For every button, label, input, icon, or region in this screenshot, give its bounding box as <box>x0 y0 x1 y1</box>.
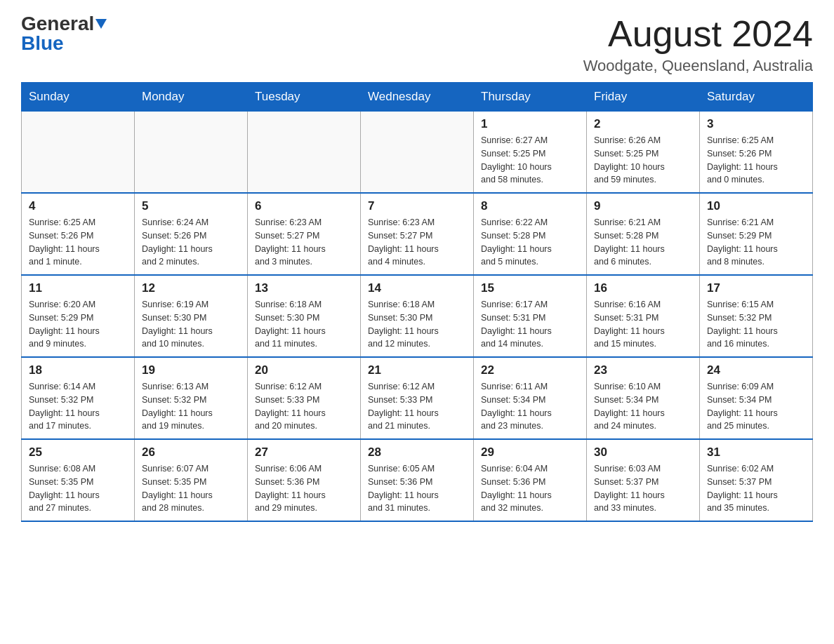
day-number: 26 <box>142 445 240 459</box>
day-number: 29 <box>481 445 579 459</box>
calendar-week-row: 1Sunrise: 6:27 AM Sunset: 5:25 PM Daylig… <box>22 112 813 194</box>
day-info: Sunrise: 6:15 AM Sunset: 5:32 PM Dayligh… <box>707 298 805 351</box>
calendar-header-row: SundayMondayTuesdayWednesdayThursdayFrid… <box>22 83 813 112</box>
logo-blue-text: Blue <box>21 34 64 53</box>
day-info: Sunrise: 6:06 AM Sunset: 5:36 PM Dayligh… <box>255 462 353 515</box>
calendar-cell: 29Sunrise: 6:04 AM Sunset: 5:36 PM Dayli… <box>474 439 587 521</box>
day-info: Sunrise: 6:08 AM Sunset: 5:35 PM Dayligh… <box>29 462 127 515</box>
calendar-cell: 7Sunrise: 6:23 AM Sunset: 5:27 PM Daylig… <box>361 193 474 275</box>
day-info: Sunrise: 6:14 AM Sunset: 5:32 PM Dayligh… <box>29 380 127 433</box>
day-number: 16 <box>594 281 692 295</box>
day-number: 24 <box>707 363 805 377</box>
day-number: 11 <box>29 281 127 295</box>
day-number: 6 <box>255 199 353 213</box>
calendar-cell: 12Sunrise: 6:19 AM Sunset: 5:30 PM Dayli… <box>135 275 248 357</box>
calendar-cell: 11Sunrise: 6:20 AM Sunset: 5:29 PM Dayli… <box>22 275 135 357</box>
calendar-week-row: 18Sunrise: 6:14 AM Sunset: 5:32 PM Dayli… <box>22 357 813 439</box>
calendar-header-thursday: Thursday <box>474 83 587 112</box>
day-info: Sunrise: 6:18 AM Sunset: 5:30 PM Dayligh… <box>368 298 466 351</box>
day-number: 8 <box>481 199 579 213</box>
calendar-cell: 30Sunrise: 6:03 AM Sunset: 5:37 PM Dayli… <box>587 439 700 521</box>
day-number: 10 <box>707 199 805 213</box>
calendar-cell: 27Sunrise: 6:06 AM Sunset: 5:36 PM Dayli… <box>248 439 361 521</box>
calendar-cell: 10Sunrise: 6:21 AM Sunset: 5:29 PM Dayli… <box>700 193 813 275</box>
calendar-cell: 28Sunrise: 6:05 AM Sunset: 5:36 PM Dayli… <box>361 439 474 521</box>
day-info: Sunrise: 6:09 AM Sunset: 5:34 PM Dayligh… <box>707 380 805 433</box>
day-number: 28 <box>368 445 466 459</box>
day-number: 12 <box>142 281 240 295</box>
day-info: Sunrise: 6:19 AM Sunset: 5:30 PM Dayligh… <box>142 298 240 351</box>
title-block: August 2024 Woodgate, Queensland, Austra… <box>583 14 813 75</box>
day-info: Sunrise: 6:18 AM Sunset: 5:30 PM Dayligh… <box>255 298 353 351</box>
day-info: Sunrise: 6:05 AM Sunset: 5:36 PM Dayligh… <box>368 462 466 515</box>
calendar-cell: 16Sunrise: 6:16 AM Sunset: 5:31 PM Dayli… <box>587 275 700 357</box>
calendar-cell: 6Sunrise: 6:23 AM Sunset: 5:27 PM Daylig… <box>248 193 361 275</box>
day-info: Sunrise: 6:26 AM Sunset: 5:25 PM Dayligh… <box>594 134 692 187</box>
calendar-cell: 25Sunrise: 6:08 AM Sunset: 5:35 PM Dayli… <box>22 439 135 521</box>
calendar-table: SundayMondayTuesdayWednesdayThursdayFrid… <box>21 82 813 522</box>
calendar-week-row: 4Sunrise: 6:25 AM Sunset: 5:26 PM Daylig… <box>22 193 813 275</box>
calendar-cell: 21Sunrise: 6:12 AM Sunset: 5:33 PM Dayli… <box>361 357 474 439</box>
calendar-cell: 19Sunrise: 6:13 AM Sunset: 5:32 PM Dayli… <box>135 357 248 439</box>
calendar-cell: 2Sunrise: 6:26 AM Sunset: 5:25 PM Daylig… <box>587 112 700 194</box>
calendar-header-friday: Friday <box>587 83 700 112</box>
day-info: Sunrise: 6:16 AM Sunset: 5:31 PM Dayligh… <box>594 298 692 351</box>
calendar-cell: 24Sunrise: 6:09 AM Sunset: 5:34 PM Dayli… <box>700 357 813 439</box>
logo: General Blue <box>21 14 107 53</box>
day-info: Sunrise: 6:12 AM Sunset: 5:33 PM Dayligh… <box>255 380 353 433</box>
location-title: Woodgate, Queensland, Australia <box>583 57 813 75</box>
day-info: Sunrise: 6:21 AM Sunset: 5:29 PM Dayligh… <box>707 216 805 269</box>
month-title: August 2024 <box>583 14 813 54</box>
calendar-header-wednesday: Wednesday <box>361 83 474 112</box>
day-info: Sunrise: 6:02 AM Sunset: 5:37 PM Dayligh… <box>707 462 805 515</box>
calendar-cell: 5Sunrise: 6:24 AM Sunset: 5:26 PM Daylig… <box>135 193 248 275</box>
day-info: Sunrise: 6:25 AM Sunset: 5:26 PM Dayligh… <box>707 134 805 187</box>
day-info: Sunrise: 6:11 AM Sunset: 5:34 PM Dayligh… <box>481 380 579 433</box>
calendar-header-monday: Monday <box>135 83 248 112</box>
calendar-cell <box>248 112 361 194</box>
calendar-cell: 4Sunrise: 6:25 AM Sunset: 5:26 PM Daylig… <box>22 193 135 275</box>
day-number: 25 <box>29 445 127 459</box>
calendar-cell: 17Sunrise: 6:15 AM Sunset: 5:32 PM Dayli… <box>700 275 813 357</box>
day-info: Sunrise: 6:12 AM Sunset: 5:33 PM Dayligh… <box>368 380 466 433</box>
calendar-header-sunday: Sunday <box>22 83 135 112</box>
day-info: Sunrise: 6:24 AM Sunset: 5:26 PM Dayligh… <box>142 216 240 269</box>
calendar-cell: 15Sunrise: 6:17 AM Sunset: 5:31 PM Dayli… <box>474 275 587 357</box>
calendar-cell: 3Sunrise: 6:25 AM Sunset: 5:26 PM Daylig… <box>700 112 813 194</box>
day-info: Sunrise: 6:04 AM Sunset: 5:36 PM Dayligh… <box>481 462 579 515</box>
calendar-cell: 23Sunrise: 6:10 AM Sunset: 5:34 PM Dayli… <box>587 357 700 439</box>
calendar-cell: 14Sunrise: 6:18 AM Sunset: 5:30 PM Dayli… <box>361 275 474 357</box>
day-number: 7 <box>368 199 466 213</box>
logo-triangle-icon <box>95 19 107 29</box>
calendar-cell: 31Sunrise: 6:02 AM Sunset: 5:37 PM Dayli… <box>700 439 813 521</box>
day-number: 19 <box>142 363 240 377</box>
calendar-cell: 20Sunrise: 6:12 AM Sunset: 5:33 PM Dayli… <box>248 357 361 439</box>
calendar-cell: 26Sunrise: 6:07 AM Sunset: 5:35 PM Dayli… <box>135 439 248 521</box>
logo-general-text: General <box>21 14 94 34</box>
day-info: Sunrise: 6:23 AM Sunset: 5:27 PM Dayligh… <box>255 216 353 269</box>
day-number: 30 <box>594 445 692 459</box>
day-number: 5 <box>142 199 240 213</box>
page-header: General Blue August 2024 Woodgate, Queen… <box>21 14 813 75</box>
day-number: 22 <box>481 363 579 377</box>
calendar-header-tuesday: Tuesday <box>248 83 361 112</box>
day-number: 9 <box>594 199 692 213</box>
day-number: 3 <box>707 117 805 131</box>
calendar-cell: 13Sunrise: 6:18 AM Sunset: 5:30 PM Dayli… <box>248 275 361 357</box>
calendar-week-row: 11Sunrise: 6:20 AM Sunset: 5:29 PM Dayli… <box>22 275 813 357</box>
day-number: 2 <box>594 117 692 131</box>
day-number: 1 <box>481 117 579 131</box>
day-number: 15 <box>481 281 579 295</box>
day-number: 20 <box>255 363 353 377</box>
day-number: 27 <box>255 445 353 459</box>
calendar-cell: 1Sunrise: 6:27 AM Sunset: 5:25 PM Daylig… <box>474 112 587 194</box>
day-number: 21 <box>368 363 466 377</box>
day-number: 4 <box>29 199 127 213</box>
calendar-week-row: 25Sunrise: 6:08 AM Sunset: 5:35 PM Dayli… <box>22 439 813 521</box>
day-number: 13 <box>255 281 353 295</box>
day-number: 31 <box>707 445 805 459</box>
day-info: Sunrise: 6:20 AM Sunset: 5:29 PM Dayligh… <box>29 298 127 351</box>
calendar-cell: 18Sunrise: 6:14 AM Sunset: 5:32 PM Dayli… <box>22 357 135 439</box>
calendar-cell: 8Sunrise: 6:22 AM Sunset: 5:28 PM Daylig… <box>474 193 587 275</box>
calendar-cell: 9Sunrise: 6:21 AM Sunset: 5:28 PM Daylig… <box>587 193 700 275</box>
